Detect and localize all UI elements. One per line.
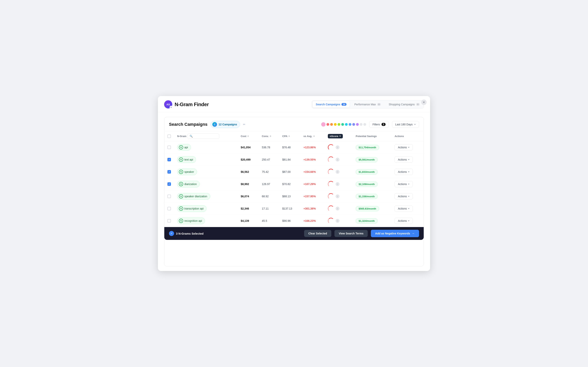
- nscore-diarization: i: [325, 178, 353, 190]
- tab-performance-max[interactable]: Performance Max 0: [351, 101, 384, 108]
- main-window: ✕ AS N-Gram Finder Search Campaigns 16 P…: [158, 96, 430, 271]
- table-row: Nspeaker diarization$6,07468.92$88.13+15…: [164, 190, 424, 202]
- nscore-ring-text-api: [328, 157, 334, 163]
- cpa-recognition-api: $90.96: [279, 215, 300, 227]
- actions-button-text-api[interactable]: Actions: [395, 157, 413, 163]
- table-header-row: N-Gram 🔍 Cost: [164, 131, 424, 141]
- cost-diarization: $8,992: [238, 178, 259, 190]
- nscore-ring-transcription-api: [328, 205, 334, 212]
- savings-badge-transcription-api: $565.63/month: [356, 206, 379, 211]
- col-actions: Actions: [391, 131, 424, 141]
- table-body: Napi$41,054536.78$76.48+123.86%i$11,754/…: [164, 141, 424, 227]
- row-checkbox-text-api[interactable]: [168, 158, 171, 161]
- ngram-badge-text-api[interactable]: Ntext api: [177, 156, 196, 163]
- table-row: Nrecognition api$4,13945.5$90.96+166.23%…: [164, 215, 424, 227]
- nscore-info-speaker[interactable]: i: [336, 170, 339, 174]
- nscore-info-text-api[interactable]: i: [336, 158, 339, 162]
- col-conv: Conv.: [259, 131, 279, 141]
- ngram-badge-recognition-api[interactable]: Nrecognition api: [177, 217, 205, 224]
- col-nscore: nScore: [325, 131, 353, 141]
- vsavg-transcription-api: +301.38%: [300, 202, 325, 215]
- select-all-checkbox[interactable]: [168, 134, 171, 138]
- nscore-info-transcription-api[interactable]: i: [336, 207, 339, 210]
- actions-button-speaker[interactable]: Actions: [395, 169, 413, 175]
- col-savings: Potential Savings: [353, 131, 391, 141]
- ngram-badge-transcription-api[interactable]: Ntranscription api: [177, 205, 207, 212]
- actions-button-speaker-diarization[interactable]: Actions: [395, 193, 413, 200]
- cost-transcription-api: $2,346: [238, 202, 259, 215]
- date-range-button[interactable]: Last 180 Days: [392, 121, 419, 128]
- actions-chevron-diarization: [408, 184, 410, 185]
- ngram-badge-speaker[interactable]: Nspeaker: [177, 168, 197, 175]
- clear-selected-button[interactable]: Clear Selected: [304, 230, 332, 237]
- actions-chevron-api: [408, 147, 410, 148]
- dot-4: [337, 123, 340, 126]
- filters-button[interactable]: Filters 3: [369, 121, 389, 128]
- table-row: Ndiarization$8,992126.97$70.82+107.29%i$…: [164, 178, 424, 190]
- app-title: N-Gram Finder: [175, 101, 209, 108]
- vsavg-diarization: +107.29%: [300, 178, 325, 190]
- header: AS N-Gram Finder Search Campaigns 16 Per…: [158, 96, 430, 112]
- cpa-sort-icon[interactable]: [288, 135, 290, 137]
- nscore-chevron-icon[interactable]: [339, 136, 341, 137]
- ngram-badge-api[interactable]: Napi: [177, 144, 191, 151]
- nscore-info-speaker-diarization[interactable]: i: [336, 194, 339, 198]
- cpa-speaker: $87.00: [279, 166, 300, 178]
- actions-button-diarization[interactable]: Actions: [395, 181, 413, 187]
- campaigns-pill[interactable]: C 12 Campaigns: [210, 121, 240, 128]
- col-ngram: N-Gram 🔍: [174, 131, 238, 141]
- card-header: Search Campaigns C 12 Campaigns ✏: [164, 117, 424, 131]
- view-search-terms-button[interactable]: View Search Terms: [335, 230, 368, 237]
- tab-shopping-campaigns[interactable]: Shopping Campaigns 0: [386, 101, 423, 108]
- chevron-down-icon: [414, 124, 416, 125]
- savings-badge-recognition-api: $1,324/month: [356, 218, 378, 224]
- col-vsavg: vs Avg.: [300, 131, 325, 141]
- ngram-search-input[interactable]: [194, 135, 217, 138]
- edit-icon[interactable]: ✏: [243, 123, 245, 126]
- ngram-badge-speaker-diarization[interactable]: Nspeaker diarization: [177, 193, 210, 200]
- nscore-info-recognition-api[interactable]: i: [336, 219, 339, 223]
- conv-api: 536.78: [259, 141, 279, 154]
- table-row: Nspeaker$6,56275.42$87.00+154.66%i$1,833…: [164, 166, 424, 178]
- dot-7: [349, 123, 351, 126]
- nscore-info-diarization[interactable]: i: [336, 182, 339, 186]
- search-icon: 🔍: [190, 135, 193, 138]
- nscore-recognition-api: i: [325, 215, 353, 227]
- row-checkbox-diarization[interactable]: [168, 182, 171, 186]
- actions-button-api[interactable]: Actions: [395, 144, 413, 150]
- cpa-api: $76.48: [279, 141, 300, 154]
- cost-text-api: $20,499: [238, 154, 259, 166]
- nscore-info-api[interactable]: i: [336, 145, 339, 149]
- table-row: Ntext api$20,499250.47$81.84+139.55%i$5,…: [164, 154, 424, 166]
- cpa-diarization: $70.82: [279, 178, 300, 190]
- row-checkbox-speaker-diarization[interactable]: [168, 195, 171, 198]
- close-button[interactable]: ✕: [421, 100, 427, 105]
- tab-search-campaigns[interactable]: Search Campaigns 16: [313, 101, 350, 108]
- row-checkbox-transcription-api[interactable]: [168, 207, 171, 210]
- col-cpa: CPA: [279, 131, 300, 141]
- row-checkbox-api[interactable]: [168, 146, 171, 149]
- dot-11: [363, 123, 366, 126]
- cost-sort-icon[interactable]: [247, 135, 249, 137]
- actions-button-transcription-api[interactable]: Actions: [395, 205, 413, 212]
- avatar-badge: [169, 106, 173, 109]
- actions-button-recognition-api[interactable]: Actions: [395, 218, 413, 224]
- row-checkbox-speaker[interactable]: [168, 170, 171, 174]
- conv-sort-icon[interactable]: [270, 135, 271, 137]
- conv-recognition-api: 45.5: [259, 215, 279, 227]
- cpa-speaker-diarization: $88.13: [279, 190, 300, 202]
- arrow-right-icon: →: [412, 232, 415, 235]
- vsavg-speaker: +154.66%: [300, 166, 325, 178]
- dot-row: [321, 122, 366, 126]
- main-content: Search Campaigns C 12 Campaigns ✏: [158, 112, 430, 271]
- table-row: Ntranscription api$2,34617.11$137.13+301…: [164, 202, 424, 215]
- card-title: Search Campaigns: [169, 122, 208, 127]
- vsavg-recognition-api: +166.23%: [300, 215, 325, 227]
- nav-tabs: Search Campaigns 16 Performance Max 0 Sh…: [312, 100, 424, 108]
- ngram-badge-diarization[interactable]: Ndiarization: [177, 181, 200, 187]
- savings-badge-speaker-diarization: $1,336/month: [356, 194, 378, 199]
- table-row: Napi$41,054536.78$76.48+123.86%i$11,754/…: [164, 141, 424, 154]
- vsavg-sort-icon[interactable]: [313, 135, 315, 137]
- add-negative-keywords-button[interactable]: Add as Negative Keywords →: [371, 230, 419, 237]
- row-checkbox-recognition-api[interactable]: [168, 219, 171, 223]
